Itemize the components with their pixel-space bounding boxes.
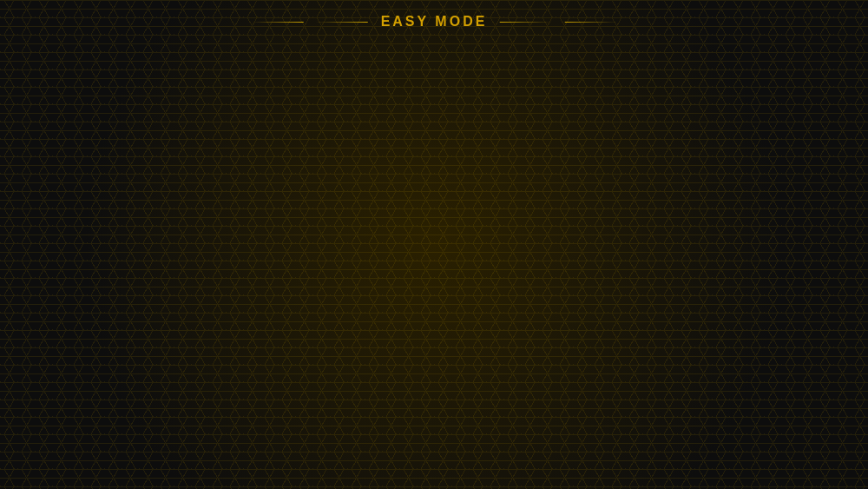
easy-mode-title: EASY MODE (243, 14, 626, 30)
page-title: EASY MODE (381, 14, 488, 29)
